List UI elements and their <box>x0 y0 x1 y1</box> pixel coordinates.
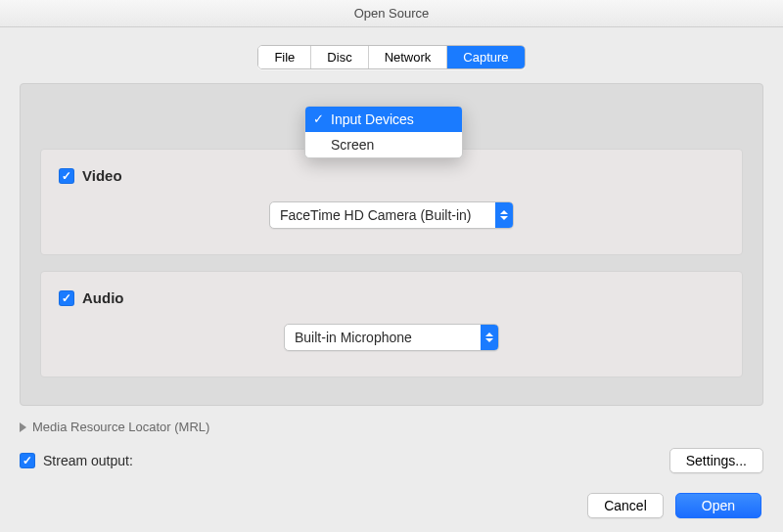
content-area: File Disc Network Capture Input Devices … <box>0 27 783 473</box>
audio-label: Audio <box>82 289 124 306</box>
stream-output-row: Stream output: Settings... <box>20 448 763 473</box>
select-stepper-icon <box>481 325 498 350</box>
video-label: Video <box>82 167 122 184</box>
select-stepper-icon <box>495 202 513 228</box>
stream-output-checkbox[interactable] <box>20 453 35 468</box>
cancel-button[interactable]: Cancel <box>587 493 664 518</box>
video-device-select[interactable]: FaceTime HD Camera (Built-in) <box>269 201 514 229</box>
stream-output-label: Stream output: <box>43 453 133 468</box>
mrl-label: Media Resource Locator (MRL) <box>32 420 209 434</box>
window-title: Open Source <box>0 0 783 27</box>
audio-device-value: Built-in Microphone <box>285 325 481 350</box>
video-select-row: FaceTime HD Camera (Built-in) <box>59 201 724 229</box>
video-device-value: FaceTime HD Camera (Built-in) <box>270 202 495 228</box>
open-button[interactable]: Open <box>675 493 761 518</box>
tab-network[interactable]: Network <box>369 46 448 68</box>
tab-capture[interactable]: Capture <box>447 46 524 68</box>
audio-header: Audio <box>59 289 724 306</box>
video-header: Video <box>59 167 724 184</box>
tab-disc[interactable]: Disc <box>311 46 368 68</box>
dropdown-item-input-devices[interactable]: Input Devices <box>305 107 462 132</box>
audio-device-select[interactable]: Built-in Microphone <box>284 324 499 351</box>
audio-checkbox[interactable] <box>59 290 74 306</box>
stream-output-group: Stream output: <box>20 453 133 468</box>
capture-panel: Input Devices Screen Video FaceTime HD C… <box>20 83 763 406</box>
audio-section: Audio Built-in Microphone <box>40 271 743 377</box>
dropdown-item-screen[interactable]: Screen <box>305 132 462 157</box>
dialog-footer: Cancel Open <box>587 493 761 518</box>
audio-select-row: Built-in Microphone <box>59 324 724 351</box>
open-source-window: Open Source File Disc Network Capture In… <box>0 0 783 532</box>
segmented-control: File Disc Network Capture <box>257 45 525 69</box>
disclosure-triangle-icon <box>20 422 26 432</box>
tab-file[interactable]: File <box>258 46 311 68</box>
source-tabs: File Disc Network Capture <box>20 45 763 69</box>
video-section: Video FaceTime HD Camera (Built-in) <box>40 149 743 255</box>
settings-button[interactable]: Settings... <box>669 448 763 473</box>
mrl-disclosure-row[interactable]: Media Resource Locator (MRL) <box>20 420 763 434</box>
video-checkbox[interactable] <box>59 168 74 184</box>
capture-mode-dropdown: Input Devices Screen <box>304 106 463 158</box>
